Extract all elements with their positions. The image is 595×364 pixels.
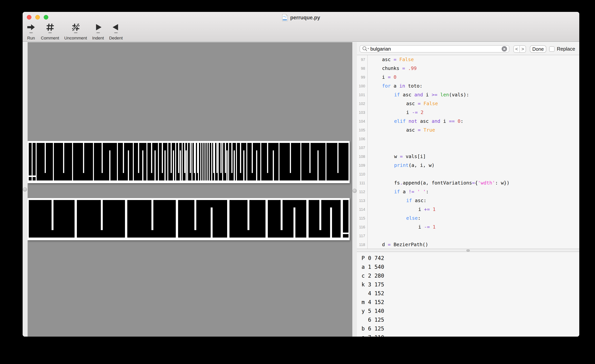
code-line: 107 [357,143,579,152]
toolbar-label: Dedent [109,36,123,41]
glyph-bar [326,143,348,181]
line-number: 107 [357,143,365,152]
glyph-bar [309,200,341,238]
code-text: d = BezierPath() [368,240,579,249]
code-editor[interactable]: 97asc = False98chunks = .9999i = 0100for… [357,55,579,249]
split-collapse-handle-right[interactable] [353,189,357,193]
glyph-bar [215,143,218,181]
line-number: 111 [357,179,365,187]
code-line: 111fs.append(a, fontVariations={'wdth': … [357,179,579,187]
code-text: asc = False [368,99,579,108]
glyph-bar [205,143,207,181]
output-console: P 0 742a 1 540c 2 280k 3 175 4 152m 4 15… [357,252,579,337]
document-icon [282,14,288,21]
code-line: 104elif not asc and i == 0: [357,117,579,126]
code-line: 116i -= 1 [357,223,579,231]
drawbot-window: perruque.py Run [23,12,579,337]
toolbar-button-dedent[interactable]: Dedent [109,23,123,41]
code-line: 118d = BezierPath() [357,240,579,249]
search-input[interactable] [370,46,502,52]
code-text: asc = False [368,55,579,64]
code-line: 103i -= 2 [357,108,579,117]
replace-checkbox[interactable] [549,46,555,52]
code-line: 98chunks = .99 [357,64,579,73]
glyph-bar [188,143,191,181]
line-number: 104 [357,117,365,126]
glyph-bar [223,143,228,181]
clear-search-icon[interactable] [502,46,507,52]
toolbar-button-indent[interactable]: Indent [92,23,104,41]
glyph-bar [212,143,214,181]
rendered-text-strip-2 [28,198,350,240]
find-previous-button[interactable]: < [514,46,520,52]
glyph-bar [73,143,93,181]
console-line: 6 125 [361,315,579,324]
find-bar: < > Done Replace [357,42,579,55]
line-number: 97 [357,55,365,64]
line-number: 118 [357,240,365,249]
toolbar-button-comment[interactable]: Comment [41,23,59,41]
done-button[interactable]: Done [530,45,546,53]
code-line: 106 [357,134,579,143]
toolbar-button-run[interactable]: Run [27,23,36,41]
line-number: 99 [357,73,365,82]
toolbar-label: Indent [92,36,104,41]
splitter-handle[interactable] [466,249,470,252]
line-number: 116 [357,223,365,231]
find-prev-next: < > [513,45,526,53]
console-line: a 1 540 [361,263,579,272]
code-text [368,170,579,179]
line-number: 106 [357,134,365,143]
code-text [368,143,579,152]
console-line: m 4 152 [361,298,579,307]
glyph-bar [77,200,125,238]
glyph-bar [147,143,158,181]
code-text: w = vals[i] [368,152,579,161]
glyph-bar [29,143,32,181]
find-next-button[interactable]: > [520,46,526,52]
glyph-bar [94,143,117,181]
canvas-editor-divider[interactable] [352,42,357,337]
console-line: o 7 110 [361,333,579,337]
glyph-bar [201,143,202,181]
titlebar: perruque.py [23,14,579,21]
code-line: 108w = vals[i] [357,152,579,161]
search-icon[interactable] [362,46,370,52]
line-number: 102 [357,99,365,108]
code-line: 112if a != ' ': [357,187,579,196]
line-number: 103 [357,108,365,117]
line-number: 108 [357,152,365,161]
code-line: 113if asc: [357,196,579,205]
code-text: else: [368,214,579,223]
split-collapse-handle-left[interactable] [23,187,27,192]
code-line: 97asc = False [357,55,579,64]
console-line: y 5 140 [361,307,579,315]
toolbar-label: Run [27,36,35,41]
search-field[interactable] [360,45,509,52]
code-text: elif not asc and i == 0: [368,117,579,126]
editor-console-splitter[interactable] [357,249,579,252]
line-number: 101 [357,91,365,99]
replace-label: Replace [557,46,575,52]
line-number: 98 [357,64,365,73]
toolbar-button-uncomment[interactable]: Uncomment [64,23,87,41]
code-line: 115else: [357,214,579,223]
rendered-text-strip-1 [28,141,350,183]
code-line: 117 [357,231,579,240]
replace-group: Replace [549,46,575,52]
glyph-bar [29,200,75,238]
hash-icon [45,23,55,35]
glyph-bar [219,143,222,181]
code-text: i -= 2 [368,108,579,117]
glyph-bar [134,143,146,181]
glyph-bar [168,143,175,181]
code-text: for a in toto: [368,82,579,91]
code-line: 109print(a, i, w) [357,161,579,170]
editor-panel: < > Done Replace 97asc = False98chunks =… [357,42,579,337]
glyph-bar [279,143,300,181]
glyph-bar [192,143,195,181]
glyph-bar [37,143,53,181]
code-text: i += 1 [368,205,579,214]
glyph-bar [247,143,260,181]
code-line: 100for a in toto: [357,82,579,91]
